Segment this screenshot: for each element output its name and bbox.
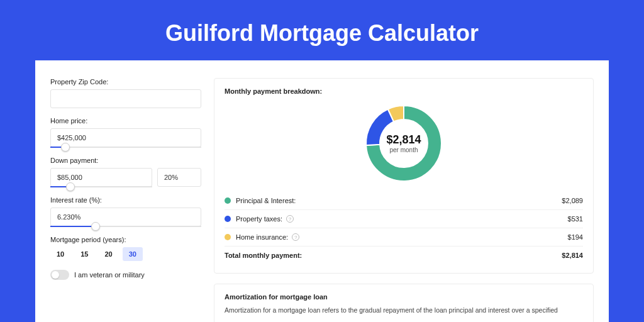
interest-input[interactable] (50, 208, 201, 226)
breakdown-legend-row: Principal & Interest:$2,089 (225, 192, 583, 209)
zip-input[interactable] (50, 89, 201, 108)
page-title: Guilford Mortgage Calculator (35, 0, 609, 60)
amortization-title: Amortization for mortgage loan (225, 293, 583, 301)
donut-center-value: $2,814 (386, 133, 421, 147)
zip-field: Property Zip Code: (50, 78, 201, 108)
home-price-field: Home price: (50, 117, 201, 148)
home-price-input[interactable] (50, 128, 201, 147)
results-column: Monthly payment breakdown: $2,814 per mo… (214, 78, 594, 322)
legend-dot-icon (225, 197, 231, 204)
period-option-10[interactable]: 10 (50, 247, 70, 261)
donut-center: $2,814 per month (363, 103, 445, 184)
veteran-toggle[interactable] (50, 270, 69, 280)
legend-value: $531 (568, 215, 583, 223)
period-option-30[interactable]: 30 (123, 247, 143, 261)
legend-label: Property taxes: (236, 215, 282, 223)
legend-label: Home insurance: (236, 233, 288, 241)
amortization-panel: Amortization for mortgage loan Amortizat… (214, 284, 594, 322)
breakdown-legend: Principal & Interest:$2,089Property taxe… (225, 192, 583, 246)
period-option-15[interactable]: 15 (74, 247, 94, 261)
breakdown-total-value: $2,814 (562, 252, 583, 259)
period-option-20[interactable]: 20 (99, 247, 119, 261)
inputs-column: Property Zip Code: Home price: Down paym… (50, 78, 201, 322)
interest-slider-fill (50, 226, 96, 227)
donut-chart: $2,814 per month (363, 103, 445, 184)
home-price-label: Home price: (50, 117, 201, 125)
donut-center-sub: per month (389, 147, 418, 153)
info-icon[interactable]: ? (286, 215, 294, 223)
breakdown-legend-row: Property taxes:?$531 (225, 209, 583, 228)
breakdown-panel: Monthly payment breakdown: $2,814 per mo… (214, 78, 594, 274)
veteran-label: I am veteran or military (74, 271, 145, 279)
interest-label: Interest rate (%): (50, 196, 201, 204)
breakdown-title: Monthly payment breakdown: (225, 87, 583, 95)
legend-label: Principal & Interest: (236, 197, 296, 204)
down-payment-label: Down payment: (50, 157, 201, 164)
interest-field: Interest rate (%): (50, 196, 201, 227)
legend-dot-icon (225, 216, 231, 222)
breakdown-legend-row: Home insurance:?$194 (225, 228, 583, 246)
interest-slider[interactable] (50, 226, 201, 227)
period-options: 10152030 (50, 247, 201, 261)
home-price-slider-thumb[interactable] (61, 143, 70, 152)
legend-dot-icon (225, 234, 231, 240)
breakdown-total-label: Total monthly payment: (225, 252, 302, 259)
calculator-card: Property Zip Code: Home price: Down paym… (35, 60, 609, 322)
down-payment-input[interactable] (50, 168, 152, 187)
down-payment-slider-thumb[interactable] (66, 182, 75, 191)
period-field: Mortgage period (years): 10152030 (50, 236, 201, 261)
home-price-slider[interactable] (50, 147, 201, 148)
interest-slider-thumb[interactable] (91, 222, 100, 231)
veteran-row: I am veteran or military (50, 270, 201, 280)
zip-label: Property Zip Code: (50, 78, 201, 86)
period-label: Mortgage period (years): (50, 236, 201, 243)
legend-value: $194 (568, 233, 583, 241)
down-payment-slider[interactable] (50, 186, 152, 187)
down-payment-field: Down payment: (50, 157, 201, 187)
donut-chart-wrap: $2,814 per month (225, 100, 583, 192)
breakdown-total-row: Total monthly payment: $2,814 (225, 246, 583, 264)
veteran-toggle-knob (52, 271, 59, 279)
amortization-body: Amortization for a mortgage loan refers … (225, 306, 583, 316)
down-payment-pct-input[interactable] (157, 168, 201, 187)
legend-value: $2,089 (562, 197, 583, 204)
info-icon[interactable]: ? (292, 233, 299, 241)
